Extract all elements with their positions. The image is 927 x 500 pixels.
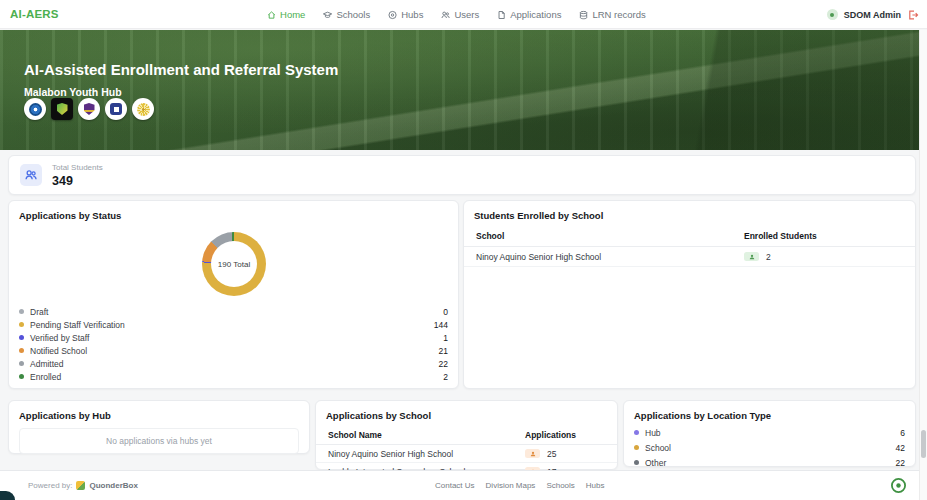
users-icon	[440, 10, 450, 20]
legend-dot	[19, 361, 24, 366]
document-icon	[496, 10, 506, 20]
nav-item-home[interactable]: Home	[266, 9, 305, 20]
card-title: Applications by School	[316, 401, 617, 425]
main-nav: Home Schools Hubs Users Applications LRN…	[266, 0, 646, 29]
nav-item-applications[interactable]: Applications	[496, 9, 561, 20]
partner-logos	[24, 98, 154, 120]
top-navbar: AI-AERS Home Schools Hubs Users Applicat…	[0, 0, 927, 29]
card-title: Applications by Hub	[9, 401, 309, 425]
nav-item-lrn-records[interactable]: LRN records	[578, 9, 645, 20]
partner-logo-5	[132, 98, 154, 120]
applications-by-status-card: Applications by Status 190 Total Draft 0…	[8, 200, 459, 389]
user-name[interactable]: SDOM Admin	[844, 10, 901, 20]
partner-logo-3	[78, 98, 100, 120]
app-logo[interactable]: AI-AERS	[10, 8, 59, 20]
partner-logo-2	[51, 98, 73, 120]
footer: Powered by: QuonderBox Contact Us Divisi…	[0, 470, 927, 500]
legend-item-verified: Verified by Staff 1	[9, 331, 458, 344]
nav-item-hubs[interactable]: Hubs	[387, 9, 423, 20]
user-status-avatar	[827, 9, 838, 20]
legend-dot	[19, 335, 24, 340]
card-title: Students Enrolled by School	[464, 201, 915, 225]
legend-dot	[634, 460, 639, 465]
footer-link-contact[interactable]: Contact Us	[435, 481, 475, 490]
school-icon	[322, 10, 332, 20]
partner-logo-4	[105, 98, 127, 120]
table-header: School Name Applications	[316, 425, 617, 445]
total-students-label: Total Students	[52, 163, 103, 172]
legend-dot	[19, 322, 24, 327]
page-title: AI-Assisted Enrollment and Referral Syst…	[24, 61, 338, 78]
location-item-other: Other 22	[624, 455, 915, 470]
location-item-hub: Hub 6	[624, 425, 915, 440]
legend-dot	[19, 374, 24, 379]
footer-link-hubs[interactable]: Hubs	[586, 481, 605, 490]
status-legend: Draft 0 Pending Staff Verification 144 V…	[9, 305, 458, 383]
enrolled-badge-icon	[744, 252, 759, 261]
powered-by: Powered by: QuonderBox	[28, 481, 138, 490]
page-scrollbar[interactable]	[919, 30, 927, 500]
legend-item-notified: Notified School 21	[9, 344, 458, 357]
partner-logo-1	[24, 98, 46, 120]
applications-by-school-card: Applications by School School Name Appli…	[315, 400, 618, 470]
hero-banner: AI-Assisted Enrollment and Referral Syst…	[0, 30, 920, 150]
table-header: School Enrolled Students	[464, 225, 915, 247]
legend-dot	[634, 445, 639, 450]
status-donut-chart: 190 Total	[202, 232, 266, 296]
legend-dot	[19, 309, 24, 314]
empty-state: No applications via hubs yet	[19, 428, 299, 454]
legend-dot	[19, 348, 24, 353]
total-students-value: 349	[52, 174, 103, 188]
location-item-school: School 42	[624, 440, 915, 455]
applications-badge-icon	[525, 449, 540, 458]
legend-item-draft: Draft 0	[9, 305, 458, 318]
table-row: Ninoy Aquino Senior High School 25	[316, 445, 617, 463]
legend-item-admitted: Admitted 22	[9, 357, 458, 370]
user-menu: SDOM Admin	[827, 0, 919, 29]
quonderbox-brand[interactable]: QuonderBox	[89, 481, 137, 490]
legend-dot	[634, 430, 639, 435]
students-enrolled-card: Students Enrolled by School School Enrol…	[463, 200, 916, 389]
applications-by-hub-card: Applications by Hub No applications via …	[8, 400, 310, 454]
footer-link-schools[interactable]: Schools	[546, 481, 574, 490]
page-subtitle: Malabon Youth Hub	[24, 86, 122, 98]
footer-links: Contact Us Division Maps Schools Hubs	[435, 481, 605, 490]
target-icon[interactable]	[890, 477, 907, 494]
hub-icon	[387, 10, 397, 20]
table-row: Ninoy Aquino Senior High School 2	[464, 247, 915, 267]
nav-item-schools[interactable]: Schools	[322, 9, 370, 20]
nav-item-users[interactable]: Users	[440, 9, 479, 20]
card-title: Applications by Status	[9, 201, 458, 225]
corner-decoration	[0, 491, 15, 500]
students-icon	[20, 164, 42, 186]
logout-icon[interactable]	[907, 9, 919, 21]
card-title: Applications by Location Type	[624, 401, 915, 425]
applications-by-location-card: Applications by Location Type Hub 6 Scho…	[623, 400, 916, 467]
quonderbox-logo-icon	[76, 481, 85, 490]
footer-link-division-maps[interactable]: Division Maps	[486, 481, 536, 490]
legend-item-pending: Pending Staff Verification 144	[9, 318, 458, 331]
home-icon	[266, 10, 276, 20]
donut-center-label: 190 Total	[218, 260, 250, 269]
records-icon	[578, 10, 588, 20]
total-students-card: Total Students 349	[8, 155, 916, 195]
scrollbar-thumb[interactable]	[921, 430, 926, 458]
legend-item-enrolled: Enrolled 2	[9, 370, 458, 383]
